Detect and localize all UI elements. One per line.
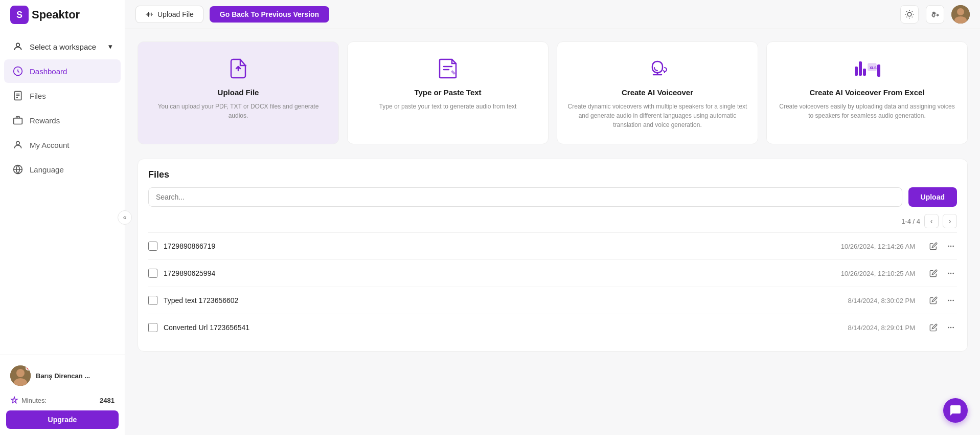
sidebar-item-language[interactable]: Language [4,158,121,181]
type-paste-card-icon [436,56,460,81]
workspace-label: Select a workspace [30,42,96,51]
edit-file-button[interactable] [927,267,940,279]
svg-point-0 [16,43,20,47]
more-options-button[interactable] [945,294,957,307]
language-toggle-button[interactable] [926,5,944,24]
theme-toggle-button[interactable] [900,5,919,24]
edit-icon [929,296,938,304]
more-icon [947,242,955,250]
svg-rect-25 [859,61,862,76]
svg-point-32 [952,246,954,247]
file-actions [927,267,957,279]
sidebar-item-rewards[interactable]: Rewards [4,108,121,132]
file-actions [927,321,957,334]
card-type-paste[interactable]: Type or Paste Text Type or paste your te… [347,41,549,144]
sidebar-item-label: Files [30,92,46,100]
sidebar-item-workspace[interactable]: Select a workspace ▾ [4,35,121,58]
more-options-button[interactable] [945,267,957,279]
file-name: 1729890625994 [164,269,807,277]
file-checkbox[interactable] [148,242,157,251]
sun-icon [905,10,914,19]
file-date: 10/26/2024, 12:10:25 AM [813,270,915,277]
avatar [10,365,31,386]
collapse-sidebar-button[interactable]: « [118,210,132,225]
card-title: Upload File [218,88,259,97]
table-row: Typed text 1723656602 8/14/2024, 8:30:02… [148,287,957,314]
topbar-right [900,5,970,24]
minutes-value: 2481 [100,397,115,404]
svg-point-12 [907,12,911,16]
topbar-left: Upload File Go Back To Previous Version [135,6,329,23]
language-icon [12,164,24,175]
svg-rect-6 [14,118,22,124]
svg-point-10 [16,369,25,377]
svg-rect-29 [877,64,880,77]
logo-link[interactable]: S Speaktor [10,6,80,24]
svg-point-41 [952,327,954,329]
user-info: Barış Direncan ... [6,361,119,390]
main-content: Upload File Go Back To Previous Version [125,0,980,435]
more-options-button[interactable] [945,240,957,252]
card-desc: Create dynamic voiceovers with multiple … [567,102,747,129]
file-checkbox[interactable] [148,323,157,332]
go-back-button[interactable]: Go Back To Previous Version [210,6,329,23]
prev-page-button[interactable]: ‹ [924,214,939,228]
ai-voiceover-excel-svg: XLS [853,56,881,81]
upload-file-button[interactable]: Upload File [135,6,203,23]
search-input[interactable] [148,187,902,207]
minutes-row: Minutes: 2481 [6,394,119,406]
upgrade-button[interactable]: Upgrade [6,410,119,429]
card-ai-voiceover[interactable]: Create AI Voiceover Create dynamic voice… [557,41,758,144]
svg-text:XLS: XLS [870,66,877,70]
logo-icon: S [10,6,29,24]
svg-point-33 [948,273,949,274]
file-date: 8/14/2024, 8:30:02 PM [813,297,915,304]
card-upload-file[interactable]: Upload File You can upload your PDF, TXT… [138,41,339,144]
svg-line-19 [906,17,907,17]
rewards-icon [12,115,24,126]
file-name: Converted Url 1723656541 [164,323,807,332]
ai-voiceover-svg [645,56,670,81]
more-options-button[interactable] [945,321,957,334]
svg-point-40 [950,327,952,329]
waveform-icon [145,10,153,18]
more-icon [947,296,955,304]
files-section: Files Upload 1-4 / 4 ‹ › 1729890866719 1… [138,159,968,352]
svg-point-39 [948,327,949,329]
svg-line-16 [912,17,913,17]
file-checkbox[interactable] [148,296,157,305]
sidebar-item-my-account[interactable]: My Account [4,133,121,157]
sidebar-item-files[interactable]: Files [4,84,121,107]
next-page-button[interactable]: › [943,214,957,228]
edit-file-button[interactable] [927,240,940,252]
table-row: 1729890625994 10/26/2024, 12:10:25 AM [148,259,957,287]
edit-file-button[interactable] [927,294,940,307]
ai-voiceover-card-icon [645,56,670,81]
edit-icon [929,269,938,277]
upload-file-label: Upload File [157,10,194,18]
dashboard-icon [12,66,24,77]
file-actions [927,240,957,252]
card-desc: Type or paste your text to generate audi… [379,102,517,111]
files-upload-button[interactable]: Upload [908,187,957,207]
svg-point-37 [950,300,952,301]
svg-line-20 [912,11,913,12]
my-account-icon [12,139,24,150]
card-ai-voiceover-excel[interactable]: XLS Create AI Voiceover From Excel Creat… [766,41,968,144]
edit-file-button[interactable] [927,321,940,334]
ai-voiceover-excel-card-icon: XLS [853,56,881,81]
sidebar-nav: Select a workspace ▾ Dashboard [0,30,125,355]
card-title: Create AI Voiceover From Excel [809,88,924,97]
svg-rect-24 [855,67,858,76]
sidebar-item-dashboard[interactable]: Dashboard [4,59,121,83]
file-rows-container: 1729890866719 10/26/2024, 12:14:26 AM 17… [148,232,957,341]
chat-bubble-button[interactable] [943,398,968,423]
user-avatar-button[interactable] [951,5,970,24]
upload-file-card-icon [226,56,250,81]
card-desc: You can upload your PDF, TXT or DOCX fil… [148,102,328,120]
workspace-icon [12,41,24,52]
workspace-left: Select a workspace [12,41,96,52]
file-checkbox[interactable] [148,269,157,278]
table-row: Converted Url 1723656541 8/14/2024, 8:29… [148,314,957,341]
action-cards-grid: Upload File You can upload your PDF, TXT… [138,41,968,144]
